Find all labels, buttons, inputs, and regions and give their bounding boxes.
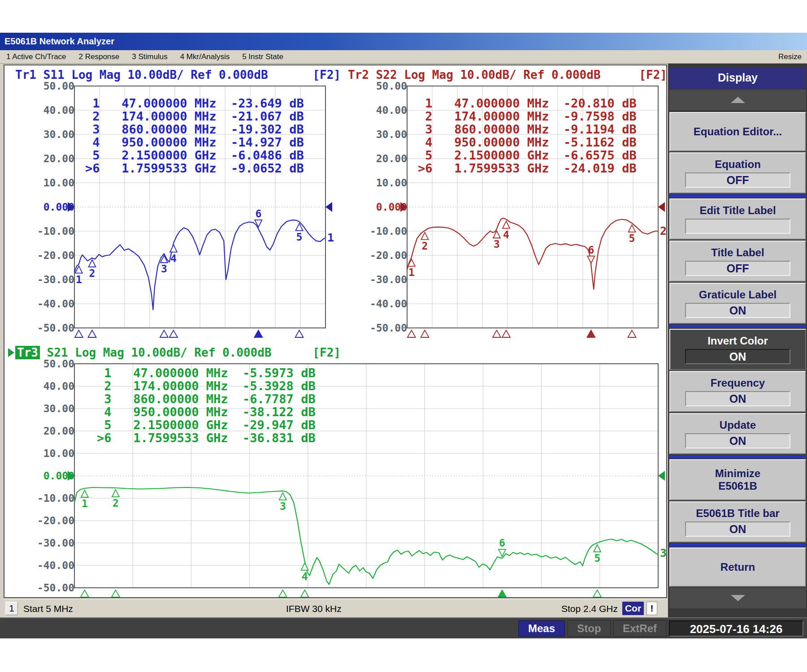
y-axis-tick-label: 40.00 [17,380,74,392]
svg-text:2: 2 [113,497,119,509]
svg-text:5: 5 [629,233,635,244]
instrument-screen: Tr1 S11 Log Mag 10.00dB/ Ref 0.000dB[F2]… [4,65,667,598]
y-axis-tick-label: -20.00 [17,249,74,262]
softkey-menu-title: Display [669,67,806,89]
marker-row: >61.7599533GHz-9.0652dB [85,162,304,175]
softkey-value: ON [685,349,790,364]
stop-status-badge: Stop [568,620,611,637]
y-axis-tick-label: 40.00 [17,104,74,116]
trace3-channel: [F2] [312,346,341,359]
marker-row: >61.7599533GHz-24.019dB [418,162,637,175]
y-axis-tick-label: 0.000 [17,470,74,482]
softkey-value: ON [685,303,790,318]
trace2-marker-table: 147.000000MHz-20.810dB 2174.00000MHz-9.7… [418,97,637,175]
scroll-up-icon [731,97,745,103]
trace2-end-label: 2 [660,224,667,237]
marker-row: 2174.00000MHz-5.3928dB [97,379,316,392]
softkey-equation[interactable]: EquationOFF [669,152,806,194]
y-axis-tick-label: 40.00 [350,104,407,116]
svg-text:3: 3 [161,263,167,275]
trace1-y-axis-labels: 50.0040.0030.0020.0010.000.000-10.00-20.… [17,80,74,334]
marker-row: 2174.00000MHz-9.7598dB [418,110,637,123]
softkey-equation-editor[interactable]: Equation Editor... [669,112,806,151]
svg-text:4: 4 [302,571,308,582]
y-axis-tick-label: -50.00 [350,322,407,334]
trace1-channel: [F2] [312,68,341,82]
menu-instr-state[interactable]: 5 Instr State [242,52,283,61]
y-axis-tick-label: -10.00 [17,492,74,504]
y-axis-tick-label: -50.00 [17,582,74,594]
svg-text:5: 5 [296,231,303,243]
marker-row: 3860.00000MHz-19.302dB [85,123,304,136]
menu-resize[interactable]: Resize [778,52,807,61]
softkey-separator [669,325,806,328]
svg-text:5: 5 [594,552,600,564]
softkey-minimize[interactable]: MinimizeE5061B [669,459,806,500]
softkey-separator [669,543,806,547]
marker-row: 147.000000MHz-5.5973dB [97,366,316,379]
y-axis-tick-label: 10.00 [350,177,407,189]
marker-row: 3860.00000MHz-9.1194dB [418,123,637,136]
softkey-update[interactable]: UpdateON [669,413,806,454]
y-axis-tick-label: -40.00 [17,559,74,572]
menu-response[interactable]: 2 Response [79,52,120,61]
svg-text:3: 3 [494,238,500,250]
y-axis-tick-label: -30.00 [350,273,407,286]
y-axis-tick-label: -30.00 [17,537,74,549]
svg-text:6: 6 [499,537,505,549]
svg-text:6: 6 [588,244,594,256]
trace2-channel: [F2] [639,68,667,82]
softkey-frequency[interactable]: FrequencyON [669,371,806,412]
softkey-edit-title-label[interactable]: Edit Title Label [669,198,806,240]
menu-bar: 1 Active Ch/Trace 2 Response 3 Stimulus … [0,50,807,64]
marker-row: 52.1500000GHz-6.6575dB [418,149,637,162]
softkey-title-label[interactable]: Title LabelOFF [669,241,806,282]
softkey-separator [669,194,806,198]
marker-row: 4950.00000MHz-5.1162dB [418,136,637,149]
y-axis-tick-label: 30.00 [350,128,407,141]
warning-badge: ! [646,602,657,615]
extref-status-badge: ExtRef [613,620,666,637]
softkey-invert-color[interactable]: Invert ColorON [669,329,806,370]
svg-text:2: 2 [422,240,428,252]
svg-text:3: 3 [280,500,286,512]
trace3-format: S21 Log Mag 10.00dB/ Ref 0.000dB [40,346,272,359]
app-window: E5061B Network Analyzer 1 Active Ch/Trac… [0,33,807,638]
channel-status-bar: 1 Start 5 MHz IFBW 30 kHz Stop 2.4 GHz C… [4,599,667,617]
y-axis-tick-label: 10.00 [17,177,74,189]
softkey-scroll-down[interactable] [669,588,806,608]
y-axis-tick-label: 0.000 [350,201,407,213]
menu-stimulus[interactable]: 3 Stimulus [132,52,167,61]
window-title: E5061B Network Analyzer [4,36,114,47]
marker-row: 52.1500000GHz-29.947dB [97,418,316,431]
menu-mkr-analysis[interactable]: 4 Mkr/Analysis [180,52,230,61]
svg-text:1: 1 [408,267,415,278]
sidebar-filler [669,611,806,617]
trace1-end-label: 1 [327,231,334,244]
instrument-status-bar: Meas Stop ExtRef 2025-07-16 14:26 [0,617,807,638]
softkey-graticule-label[interactable]: Graticule LabelON [669,283,806,324]
softkey-value: ON [685,521,790,537]
y-axis-tick-label: 10.00 [17,447,74,460]
trace3-marker-table: 147.000000MHz-5.5973dB 2174.00000MHz-5.3… [97,366,316,444]
svg-text:2: 2 [89,267,95,279]
y-axis-tick-label: 50.00 [350,80,407,92]
softkey-sidebar: Display Equation Editor... EquationOFF E… [668,64,807,617]
clock: 2025-07-16 14:26 [669,620,803,637]
ref-level-arrow-icon [400,202,407,212]
active-trace-arrow-icon [8,348,14,357]
ref-level-arrow-icon [325,202,332,212]
ref-level-arrow-icon [658,471,665,481]
y-axis-tick-label: 20.00 [17,152,74,165]
svg-text:4: 4 [503,229,509,241]
marker-row: 2174.00000MHz-21.067dB [85,110,304,123]
svg-text:6: 6 [255,208,261,220]
y-axis-tick-label: -20.00 [17,514,74,527]
softkey-return[interactable]: Return [669,547,806,587]
softkey-value: OFF [685,261,790,276]
softkey-title-bar[interactable]: E5061B Title barON [669,501,806,543]
marker-row: 147.000000MHz-20.810dB [418,97,637,110]
menu-active-ch-trace[interactable]: 1 Active Ch/Trace [6,52,66,61]
marker-row: 3860.00000MHz-6.7787dB [97,392,316,405]
softkey-scroll-up[interactable] [669,90,806,110]
